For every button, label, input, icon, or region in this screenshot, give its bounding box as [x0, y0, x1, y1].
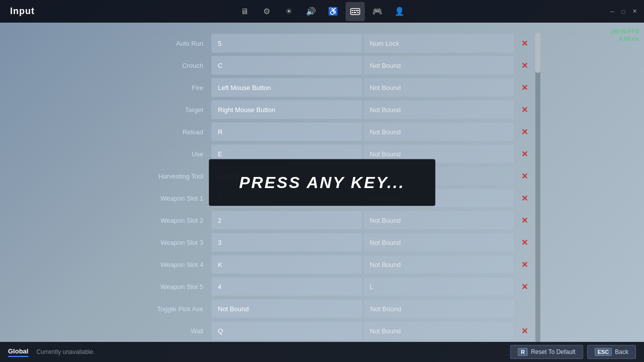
label-toggle-pick-axe: Toggle Pick Axe	[111, 305, 211, 313]
key-toggle-pick-axe-primary[interactable]: Not Bound	[211, 299, 363, 318]
key-wall-secondary[interactable]: Not Bound	[363, 321, 514, 340]
delete-weapon-slot-3[interactable]: ✕	[515, 233, 533, 252]
key-weapon-slot-2-secondary[interactable]: Not Bound	[363, 211, 514, 230]
window-controls: ─ □ ✕	[609, 8, 638, 15]
label-use: Use	[111, 150, 211, 158]
key-weapon-slot-3-primary[interactable]: 3	[211, 233, 362, 252]
delete-reload[interactable]: ✕	[515, 122, 533, 141]
label-weapon-slot-4: Weapon Slot 4	[111, 261, 211, 268]
brightness-nav-icon[interactable]: ☀	[279, 2, 298, 21]
label-harvesting-tool: Harvesting Tool	[111, 172, 211, 180]
key-auto-run-secondary[interactable]: Num Lock	[363, 34, 514, 53]
key-use-secondary[interactable]: Not Bound	[363, 144, 514, 163]
key-target-secondary[interactable]: Not Bound	[363, 100, 514, 119]
delete-wall[interactable]: ✕	[515, 321, 533, 340]
bottom-right: R Reset To Default ESC Back	[510, 345, 636, 359]
page-title: Input	[10, 6, 35, 17]
audio-nav-icon[interactable]: 🔊	[301, 2, 320, 21]
svg-rect-2	[354, 10, 355, 11]
label-auto-run: Auto Run	[111, 40, 211, 47]
delete-weapon-slot-4[interactable]: ✕	[515, 255, 533, 274]
back-key-badge: ESC	[595, 348, 612, 356]
delete-weapon-slot-2[interactable]: ✕	[515, 211, 533, 230]
binding-row-reload: Reload R Not Bound ✕	[111, 121, 533, 142]
fps-counter: 149.09 FPS 6.99 ms	[610, 28, 639, 43]
maximize-button[interactable]: □	[620, 8, 627, 15]
svg-rect-4	[352, 12, 353, 13]
binding-row-weapon-slot-1: Weapon Slot 1 1 Not Bound ✕	[111, 188, 533, 209]
back-label: Back	[615, 348, 628, 355]
key-weapon-slot-2-primary[interactable]: 2	[211, 211, 362, 230]
no-delete-toggle-pick-axe	[515, 299, 533, 318]
key-fire-primary[interactable]: Left Mouse Button	[211, 78, 362, 97]
label-crouch: Crouch	[111, 62, 211, 69]
key-fire-secondary[interactable]: Not Bound	[363, 78, 514, 97]
close-button[interactable]: ✕	[631, 8, 638, 15]
binding-row-wall: Wall Q Not Bound ✕	[111, 320, 533, 341]
fps-value: 149.09 FPS	[610, 28, 639, 35]
key-harvesting-tool-secondary[interactable]	[363, 166, 514, 186]
delete-crouch[interactable]: ✕	[515, 56, 533, 75]
reset-to-default-button[interactable]: R Reset To Default	[510, 345, 583, 359]
key-weapon-slot-5-secondary[interactable]: L	[363, 277, 514, 296]
label-wall: Wall	[111, 327, 211, 335]
label-weapon-slot-1: Weapon Slot 1	[111, 195, 211, 202]
minimize-button[interactable]: ─	[609, 8, 616, 15]
key-weapon-slot-4-secondary[interactable]: Not Bound	[363, 255, 514, 274]
nav-icons: 🖥 ⚙ ☀ 🔊 ♿ 🎮 👤	[235, 2, 409, 21]
key-wall-primary[interactable]: Q	[211, 321, 362, 340]
svg-rect-7	[357, 12, 359, 13]
key-weapon-slot-3-secondary[interactable]: Not Bound	[363, 233, 514, 252]
key-harvesting-tool-primary[interactable]: Left Ctrl	[211, 166, 362, 186]
key-reload-secondary[interactable]: Not Bound	[363, 122, 514, 141]
account-nav-icon[interactable]: 👤	[390, 2, 409, 21]
binding-row-target: Target Right Mouse Button Not Bound ✕	[111, 99, 533, 120]
bindings-container: Auto Run 5 Num Lock ✕ Crouch C Not Bound…	[111, 33, 533, 342]
delete-fire[interactable]: ✕	[515, 78, 533, 97]
delete-use[interactable]: ✕	[515, 144, 533, 163]
binding-row-crouch: Crouch C Not Bound ✕	[111, 55, 533, 76]
main-content: Auto Run 5 Num Lock ✕ Crouch C Not Bound…	[0, 23, 644, 342]
delete-harvesting-tool[interactable]: ✕	[515, 166, 533, 186]
key-weapon-slot-1-primary[interactable]: 1	[211, 189, 362, 208]
bottom-bar: Global Currently unavailable. R Reset To…	[0, 342, 644, 362]
binding-row-toggle-pick-axe: Toggle Pick Axe Not Bound Not Bound	[111, 298, 533, 319]
delete-weapon-slot-1[interactable]: ✕	[515, 189, 533, 208]
key-weapon-slot-4-primary[interactable]: K	[211, 255, 362, 274]
key-crouch-secondary[interactable]: Not Bound	[363, 56, 514, 75]
key-target-primary[interactable]: Right Mouse Button	[211, 100, 362, 119]
key-weapon-slot-5-primary[interactable]: 4	[211, 277, 362, 296]
label-fire: Fire	[111, 84, 211, 92]
title-bar: Input 🖥 ⚙ ☀ 🔊 ♿ 🎮 👤 ─ □ ✕	[0, 0, 644, 23]
ms-value: 6.99 ms	[610, 35, 639, 43]
key-reload-primary[interactable]: R	[211, 122, 362, 141]
reset-key-badge: R	[518, 348, 528, 356]
scroll-thumb[interactable]	[535, 33, 540, 73]
binding-row-weapon-slot-3: Weapon Slot 3 3 Not Bound ✕	[111, 232, 533, 253]
global-tab[interactable]: Global	[8, 347, 28, 357]
label-weapon-slot-5: Weapon Slot 5	[111, 283, 211, 291]
key-auto-run-primary[interactable]: 5	[211, 34, 362, 53]
binding-row-harvesting-tool: Harvesting Tool Left Ctrl ✕	[111, 165, 533, 187]
accessibility-nav-icon[interactable]: ♿	[324, 2, 343, 21]
bottom-left: Global Currently unavailable.	[8, 347, 95, 357]
display-nav-icon[interactable]: 🖥	[235, 2, 254, 21]
reset-label: Reset To Default	[531, 348, 576, 355]
key-weapon-slot-1-secondary[interactable]: Not Bound	[363, 189, 514, 208]
svg-rect-6	[357, 10, 359, 11]
delete-weapon-slot-5[interactable]: ✕	[515, 277, 533, 296]
input-nav-icon[interactable]	[346, 2, 365, 21]
delete-target[interactable]: ✕	[515, 100, 533, 119]
key-crouch-primary[interactable]: C	[211, 56, 362, 75]
svg-rect-5	[354, 12, 356, 13]
back-button[interactable]: ESC Back	[587, 345, 636, 359]
scroll-track[interactable]	[535, 33, 540, 342]
delete-auto-run[interactable]: ✕	[515, 34, 533, 53]
binding-row-weapon-slot-2: Weapon Slot 2 2 Not Bound ✕	[111, 210, 533, 231]
controller-nav-icon[interactable]: 🎮	[368, 2, 387, 21]
label-target: Target	[111, 106, 211, 114]
settings-nav-icon[interactable]: ⚙	[257, 2, 276, 21]
key-toggle-pick-axe-secondary[interactable]: Not Bound	[364, 299, 515, 318]
label-weapon-slot-3: Weapon Slot 3	[111, 239, 211, 246]
key-use-primary[interactable]: E	[211, 144, 362, 163]
